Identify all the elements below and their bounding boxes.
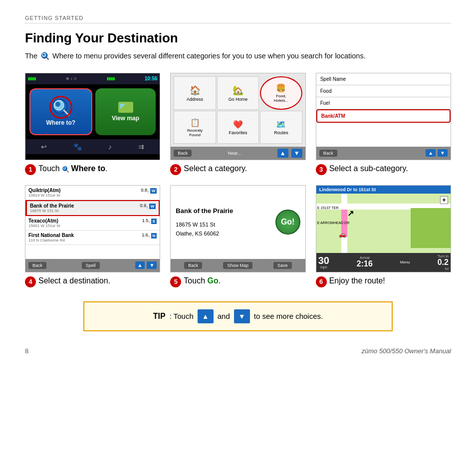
step-1-text: Touch Where to. — [38, 164, 108, 173]
gps3-up-btn[interactable]: ▲ — [426, 149, 436, 157]
gps2-address-icon: 🏠 — [190, 85, 201, 96]
gps4-item-0[interactable]: Quiktrip(Atm) 10619 W 151st St 0.8↑ W — [25, 186, 160, 200]
tip-down-arrow[interactable]: ▼ — [234, 309, 250, 323]
gps2-recent-icon: 📋 — [190, 118, 200, 127]
gps6-car: 🚗 — [339, 231, 346, 238]
step-4-image: Quiktrip(Atm) 10619 W 151st St 0.8↑ W Ba… — [25, 185, 160, 272]
gps3-back-btn[interactable]: Back — [319, 150, 337, 157]
gps1-search-icon — [51, 97, 71, 117]
gps5-showmap-btn[interactable]: Show Map — [223, 262, 252, 269]
gps1-main: Where to? View map — [25, 84, 160, 139]
gps4-dir-0: W — [150, 188, 157, 194]
step-3-image: Spell Name Food Fuel Bank/ATM Back ▲ ▼ — [316, 73, 451, 160]
step-6-image: Lindenwood Dr to 151st St E 151ST TER E … — [316, 185, 451, 272]
svg-line-11 — [66, 170, 68, 172]
gps2-address[interactable]: 🏠 Address — [174, 76, 216, 110]
gps4-dir-2: E — [151, 219, 157, 224]
gps4-up-btn[interactable]: ▲ — [135, 261, 145, 269]
gps6-arrow: ↗ — [347, 209, 354, 218]
gps6-menu-btn[interactable]: Menu — [400, 260, 410, 264]
gps2-screen: 🏠 Address 🏡 Go Home 🍔 Food,Hotels... — [171, 73, 305, 160]
gps2-gohome[interactable]: 🏡 Go Home — [217, 76, 259, 110]
gps5-save-btn[interactable]: Save — [273, 262, 292, 269]
gps6-arrival-label: Arrival — [357, 256, 373, 259]
step-1-bold: Where to — [71, 164, 105, 173]
gps4-back-btn[interactable]: Back — [28, 262, 46, 269]
gps4-name-1: Bank of the Prairie — [30, 203, 74, 209]
step-5-image: Bank of the Prairie 18675 W 151 St Olath… — [170, 185, 305, 272]
step-1-num: 1 — [25, 164, 36, 175]
gps2-food[interactable]: 🍔 Food,Hotels... — [260, 76, 302, 110]
intro-suffix: Where to menu provides several different… — [52, 52, 366, 60]
step-2-image: 🏠 Address 🏡 Go Home 🍔 Food,Hotels... — [170, 73, 305, 160]
step-2-num: 2 — [170, 164, 181, 175]
gps1-map-btn[interactable]: View map — [95, 88, 156, 135]
gps3-spellname[interactable]: Spell Name — [316, 73, 451, 85]
gps2-grid: 🏠 Address 🏡 Go Home 🍔 Food,Hotels... — [171, 73, 305, 147]
gps6-topbar: Lindenwood Dr to 151st St — [316, 186, 451, 194]
gps3-bankatm[interactable]: Bank/ATM — [316, 109, 451, 123]
gps1-nav-icon: 🐾 — [73, 143, 82, 151]
step-2-caption: 2 Select a category. — [170, 164, 247, 175]
gps2-up-btn[interactable]: ▲ — [277, 149, 288, 158]
step-4-caption: 4 Select a destination. — [25, 276, 110, 287]
manual-title: zümo 500/550 Owner's Manual — [361, 347, 451, 355]
gps2-address-label: Address — [187, 97, 203, 102]
page-footer: 8 zümo 500/550 Owner's Manual — [25, 345, 451, 355]
gps2-bottombar: Back Near... ▲ ▼ — [171, 147, 305, 160]
gps2-back-btn[interactable]: Back — [174, 150, 192, 157]
gps3-fuel[interactable]: Fuel — [316, 97, 451, 109]
gps4-item-1[interactable]: Bank of the Prairie 18675 W 151 St 0.9↑ … — [25, 200, 160, 216]
step-4: Quiktrip(Atm) 10619 W 151st St 0.8↑ W Ba… — [25, 185, 160, 287]
gps1-where-btn[interactable]: Where to? — [29, 88, 92, 135]
gps4-addr-1: 18675 W 151 St — [30, 209, 74, 213]
gps4-list: Quiktrip(Atm) 10619 W 151st St 0.8↑ W Ba… — [25, 186, 160, 259]
page-number: 8 — [25, 347, 28, 355]
step-4-num: 4 — [25, 276, 36, 287]
gps6-zoom-in[interactable]: + — [440, 196, 448, 204]
gps6-bottombar: 30 mph Arrival 2:16 Menu Turn In 0.2 mi — [316, 253, 451, 272]
tip-box: TIP : Touch ▲ and ▼ to see more choices. — [83, 301, 393, 331]
gps4-dist-0: 0.8↑ — [141, 188, 149, 194]
step-1-caption: 1 Touch Where to. — [25, 164, 108, 175]
gps3-down-btn[interactable]: ▼ — [438, 149, 448, 157]
tip-text2: and — [218, 312, 230, 320]
step-5-num: 5 — [170, 276, 181, 287]
gps5-bottombar: Back Show Map Save — [171, 259, 305, 272]
gps2-down-btn[interactable]: ▼ — [291, 149, 302, 158]
gps2-favorites[interactable]: ❤️ Favorites — [217, 111, 259, 144]
gps4-item-2[interactable]: Texaco(Atm) 15001 W 151st St 1.5↑ E — [25, 216, 160, 231]
gps2-gohome-label: Go Home — [229, 97, 248, 102]
svg-line-7 — [64, 110, 69, 115]
page-title: Finding Your Destination — [25, 30, 451, 46]
gps6-green — [411, 208, 451, 248]
gps5-back-btn[interactable]: Back — [184, 262, 202, 269]
tip-label: TIP — [153, 312, 166, 321]
gps2-favorites-label: Favorites — [229, 130, 247, 135]
gps4-spell-btn[interactable]: Spell — [82, 262, 100, 269]
gps2-near-btn[interactable]: Near... — [228, 151, 241, 156]
tip-up-arrow[interactable]: ▲ — [198, 309, 214, 323]
gps2-routes[interactable]: 🗺️ Routes — [260, 111, 302, 144]
step-3-text: Select a sub-category. — [329, 164, 408, 173]
gps4-item-3[interactable]: First National Bank 110 N Clairborne Rd … — [25, 231, 160, 245]
gps4-down-btn[interactable]: ▼ — [147, 261, 157, 269]
svg-line-3 — [46, 57, 48, 59]
gps4-nav: ▲ ▼ — [135, 261, 157, 269]
gps5-go-btn[interactable]: Go! — [275, 210, 300, 235]
search-icon-small — [62, 166, 69, 173]
gps6-road-label1: E 151ST TER — [317, 206, 339, 210]
gps1-map-icon — [118, 102, 133, 113]
steps-grid: ▮▮▮▮ ⊕ ♪ ⊃ ▮▮▮▮ 10:56 — [25, 73, 451, 287]
gps2-recent[interactable]: 📋 RecentlyFound — [174, 111, 216, 144]
step-5-go-bold: Go — [207, 276, 218, 285]
gps5-addr2: Olathe, KS 66062 — [176, 230, 233, 238]
gps4-dir-3: N — [151, 233, 157, 238]
intro-prefix: The — [25, 52, 37, 60]
gps3-food[interactable]: Food — [316, 85, 451, 97]
gps2-food-icon: 🍔 — [276, 83, 286, 93]
gps1-icons: ⊕ ♪ ⊃ — [66, 76, 77, 81]
step-2-text: Select a category. — [184, 164, 247, 173]
gps6-turnin-unit: mi — [438, 267, 449, 270]
gps3-screen: Spell Name Food Fuel Bank/ATM Back ▲ ▼ — [316, 73, 451, 160]
